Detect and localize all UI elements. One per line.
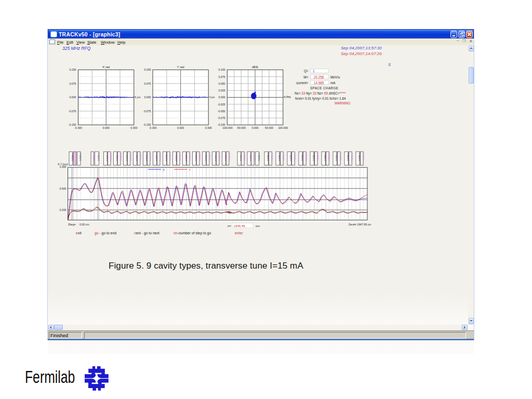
svg-text:WARNING: WARNING — [335, 101, 350, 105]
svg-text:-0.300: -0.300 — [74, 126, 82, 129]
svg-text:W=: W= — [303, 75, 309, 79]
svg-text:0.025: 0.025 — [219, 89, 225, 92]
svg-text:Y: Y — [189, 168, 191, 171]
svg-text:Sep 04,2007,13:57:30: Sep 04,2007,13:57:30 — [341, 46, 382, 50]
svg-text:X,cm: X,cm — [135, 96, 141, 99]
svg-text:P0BD5: P0BD5 — [228, 153, 231, 162]
svg-text:exit: exit — [76, 231, 82, 235]
svg-text:z=: z= — [228, 224, 231, 228]
svg-text:0.300: 0.300 — [205, 126, 212, 129]
svg-text:P0BD5: P0BD5 — [79, 153, 82, 162]
svg-text:0.000: 0.000 — [219, 96, 225, 99]
svg-text:MeV/u: MeV/u — [330, 75, 340, 79]
svg-text:enter: enter — [235, 231, 243, 235]
svg-text:P0BD5: P0BD5 — [218, 153, 221, 162]
svg-text:Y',rad: Y',rad — [177, 65, 184, 69]
svg-text:P0BD5: P0BD5 — [97, 153, 100, 162]
svg-text:P0BD5: P0BD5 — [294, 153, 296, 162]
svg-text:0.000: 0.000 — [177, 126, 184, 129]
svg-text:X: X — [163, 168, 165, 171]
svg-text:P0BD5: P0BD5 — [119, 153, 122, 162]
svg-text:0.100: 0.100 — [219, 68, 225, 71]
svg-text:P0BD5: P0BD5 — [305, 153, 308, 162]
svg-text:P0BD5: P0BD5 — [351, 153, 353, 162]
svg-text:Q=: Q= — [304, 69, 309, 73]
svg-text:-0.075: -0.075 — [143, 110, 151, 113]
svg-text:P0BD5: P0BD5 — [362, 153, 365, 162]
svg-text:0.000: 0.000 — [252, 126, 259, 129]
svg-text:0.000: 0.000 — [103, 126, 110, 129]
svg-text:mA: mA — [330, 81, 336, 85]
svg-text:20.258: 20.258 — [314, 75, 324, 79]
svg-text:0.150: 0.150 — [70, 68, 76, 71]
svg-text:0.500: 0.500 — [60, 187, 66, 190]
svg-text:P0BD5: P0BD5 — [139, 153, 142, 162]
svg-text:Zbeg=: Zbeg= — [68, 223, 76, 226]
svg-text:X',rad: X',rad — [102, 65, 110, 69]
svg-text:P0BD5: P0BD5 — [198, 153, 201, 162]
svg-text:-50.000: -50.000 — [236, 126, 246, 129]
svg-text:P0BD5: P0BD5 — [328, 153, 330, 162]
svg-text:P0BD5: P0BD5 — [159, 153, 162, 162]
svg-text:14.585: 14.585 — [314, 81, 324, 85]
svg-text:-0.075: -0.075 — [69, 110, 76, 113]
svg-text:fx/σx= 0.91 fy/σy= 0.91 fz: fx/σx= 0.91 fy/σy= 0.91 fz/σz= 1.64 — [295, 97, 346, 101]
svg-text:0.075: 0.075 — [219, 75, 225, 78]
svg-text:P0BD5: P0BD5 — [271, 153, 273, 162]
svg-text:0.075: 0.075 — [144, 82, 151, 85]
svg-text:P0BD5: P0BD5 — [129, 153, 132, 162]
svg-text:cm: cm — [256, 224, 260, 228]
svg-text:go - go to end: go - go to end — [95, 231, 116, 235]
svg-text:current=: current= — [296, 81, 309, 85]
svg-text:Sep 04,2007,14:07:26: Sep 04,2007,14:07:26 — [341, 51, 382, 56]
svg-text:P0BD5: P0BD5 — [179, 153, 181, 162]
svg-text:P0BD5: P0BD5 — [110, 153, 112, 162]
svg-text:P0BD5: P0BD5 — [189, 153, 191, 162]
svg-text:nn-number of step to go: nn-number of step to go — [174, 231, 211, 235]
svg-text:-0.050: -0.050 — [218, 110, 225, 113]
svg-text:0.000: 0.000 — [144, 96, 151, 99]
svg-text:P0BD5: P0BD5 — [282, 153, 285, 162]
svg-text:325 MHz RFQ: 325 MHz RFQ — [62, 46, 91, 51]
svg-text:S: S — [388, 62, 391, 67]
svg-text:Zend= 1947.95 cm: Zend= 1947.95 cm — [349, 223, 371, 226]
svg-text:P0BD5: P0BD5 — [339, 153, 342, 162]
svg-text:SPACE CHARGE: SPACE CHARGE — [310, 86, 338, 90]
svg-text:P0BD5: P0BD5 — [149, 153, 152, 162]
svg-text:P0BD5: P0BD5 — [208, 153, 211, 162]
svg-text:next - go to next: next - go to next — [134, 231, 159, 235]
svg-text:P0BD5: P0BD5 — [243, 153, 246, 162]
svg-text:-0.300: -0.300 — [149, 126, 157, 129]
svg-text:0.150: 0.150 — [144, 68, 151, 71]
svg-text:0.050: 0.050 — [219, 82, 225, 85]
svg-text:-0.025: -0.025 — [218, 103, 225, 106]
svg-text:0.00 cm: 0.00 cm — [79, 223, 89, 226]
svg-text:0.200: 0.200 — [60, 208, 66, 211]
svg-text:1.000: 1.000 — [60, 165, 66, 168]
svg-text:0.000: 0.000 — [70, 96, 76, 99]
svg-text:φ,deg: φ,deg — [284, 95, 291, 98]
svg-text:Nx= 33 Ny= 33 Nz= 65 zlh: Nx= 33 Ny= 33 Nz= 65 zlhSC=***** — [295, 91, 346, 96]
svg-text:P0BD5: P0BD5 — [258, 153, 260, 162]
svg-text:Y,cm: Y,cm — [209, 96, 215, 99]
svg-text:-0.075: -0.075 — [218, 116, 225, 119]
svg-text:50.000: 50.000 — [265, 126, 273, 129]
svg-text:1: 1 — [313, 69, 315, 73]
svg-text:P0BD5: P0BD5 — [169, 153, 171, 162]
svg-text:0.300: 0.300 — [130, 126, 137, 129]
svg-text:100.000: 100.000 — [278, 126, 288, 129]
svg-text:dB/E: dB/E — [252, 65, 258, 69]
svg-text:1946.45: 1946.45 — [234, 224, 245, 228]
svg-text:P0BD5: P0BD5 — [316, 153, 319, 162]
svg-text:0.075: 0.075 — [70, 82, 76, 85]
svg-text:-100.000: -100.000 — [222, 126, 233, 129]
